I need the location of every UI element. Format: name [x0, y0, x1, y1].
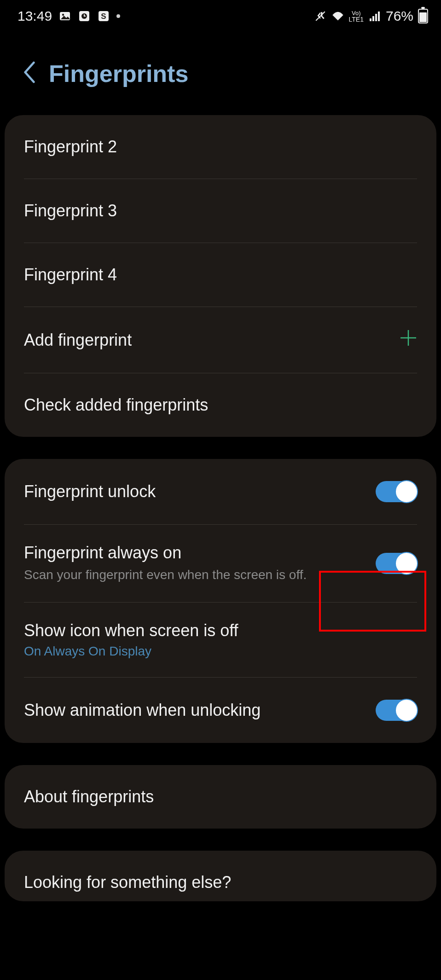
show-animation-label: Show animation when unlocking: [24, 701, 376, 720]
show-animation-toggle[interactable]: [376, 700, 417, 721]
fingerprint-list-card: Fingerprint 2 Fingerprint 3 Fingerprint …: [5, 115, 436, 437]
check-fingerprints-label: Check added fingerprints: [24, 395, 417, 415]
show-icon-label: Show icon when screen is off: [24, 621, 417, 640]
fingerprint-settings-card: Fingerprint unlock Fingerprint always on…: [5, 459, 436, 743]
footer-card: Looking for something else?: [5, 851, 436, 901]
fingerprint-item-4[interactable]: Fingerprint 4: [5, 243, 436, 307]
fingerprint-label: Fingerprint 4: [24, 265, 417, 284]
more-notifications-dot: [116, 14, 120, 18]
show-icon-row[interactable]: Show icon when screen is off On Always O…: [5, 603, 436, 677]
show-icon-sub: On Always On Display: [24, 644, 417, 659]
fingerprint-item-2[interactable]: Fingerprint 2: [5, 115, 436, 179]
fingerprint-always-on-row[interactable]: Fingerprint always on Scan your fingerpr…: [5, 525, 436, 602]
add-fingerprint-row[interactable]: Add fingerprint: [5, 307, 436, 373]
vibrate-icon: [314, 10, 327, 23]
signal-icon: [368, 10, 381, 23]
plus-icon[interactable]: [400, 329, 417, 351]
svg-rect-5: [84, 16, 86, 17]
svg-rect-11: [375, 14, 377, 21]
page-header: Fingerprints: [0, 32, 441, 115]
wifi-icon: [331, 10, 344, 23]
status-right: Vo) LTE1 76%: [314, 8, 428, 24]
page-title: Fingerprints: [49, 60, 188, 87]
fingerprint-always-on-sub: Scan your fingerprint even when the scre…: [24, 566, 309, 584]
fingerprint-label: Fingerprint 3: [24, 201, 417, 220]
svg-rect-9: [370, 18, 371, 21]
about-card: About fingerprints: [5, 765, 436, 829]
looking-for-row[interactable]: Looking for something else?: [5, 851, 436, 901]
add-fingerprint-label: Add fingerprint: [24, 331, 400, 350]
battery-percent: 76%: [386, 8, 413, 24]
app-icon-1: [78, 10, 91, 23]
back-icon[interactable]: [23, 61, 36, 87]
fingerprint-unlock-row[interactable]: Fingerprint unlock: [5, 459, 436, 524]
status-bar: 13:49 S Vo) LTE1: [0, 0, 441, 32]
about-fingerprints-row[interactable]: About fingerprints: [5, 765, 436, 829]
gallery-icon: [58, 10, 71, 23]
svg-rect-12: [378, 12, 380, 21]
app-icon-s: S: [97, 10, 110, 23]
battery-icon: [418, 9, 428, 23]
status-left: 13:49 S: [17, 8, 120, 24]
show-animation-row[interactable]: Show animation when unlocking: [5, 678, 436, 743]
looking-for-label: Looking for something else?: [24, 873, 417, 892]
lte-indicator: Vo) LTE1: [349, 10, 364, 23]
fingerprint-label: Fingerprint 2: [24, 137, 417, 157]
fingerprint-unlock-label: Fingerprint unlock: [24, 482, 376, 501]
check-fingerprints-row[interactable]: Check added fingerprints: [5, 373, 436, 437]
clock: 13:49: [17, 8, 52, 24]
svg-point-1: [62, 14, 64, 16]
about-fingerprints-label: About fingerprints: [24, 787, 417, 806]
fingerprint-always-on-label: Fingerprint always on: [24, 543, 309, 562]
fingerprint-always-on-toggle[interactable]: [376, 553, 417, 574]
fingerprint-unlock-toggle[interactable]: [376, 481, 417, 502]
fingerprint-item-3[interactable]: Fingerprint 3: [5, 179, 436, 243]
svg-text:S: S: [101, 12, 106, 21]
svg-rect-10: [372, 16, 374, 21]
